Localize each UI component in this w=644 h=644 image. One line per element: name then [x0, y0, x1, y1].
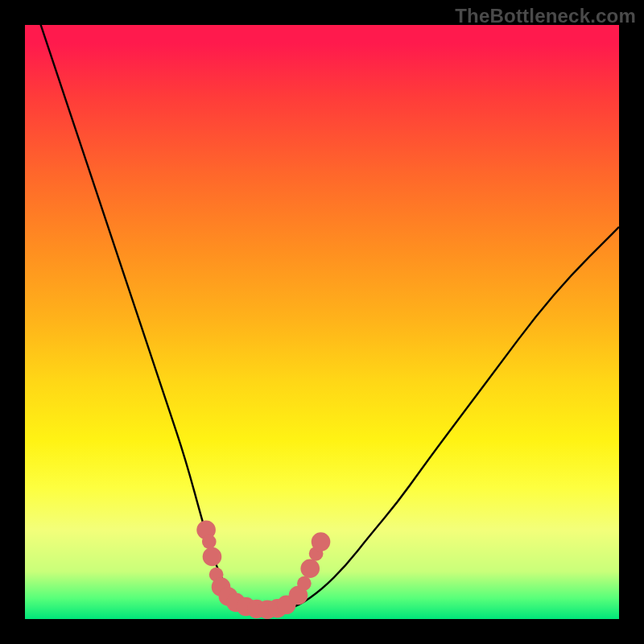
curve-marker — [202, 535, 217, 549]
plot-area — [25, 25, 619, 619]
curve-marker — [297, 576, 312, 591]
curve-marker — [300, 559, 320, 578]
curve-marker — [203, 547, 222, 567]
curve-markers — [196, 520, 330, 619]
bottleneck-curve — [25, 25, 619, 612]
watermark-text: TheBottleneck.com — [455, 5, 636, 27]
chart-frame: TheBottleneck.com — [0, 0, 644, 644]
curve-marker — [312, 532, 331, 551]
curve-layer — [25, 25, 619, 619]
